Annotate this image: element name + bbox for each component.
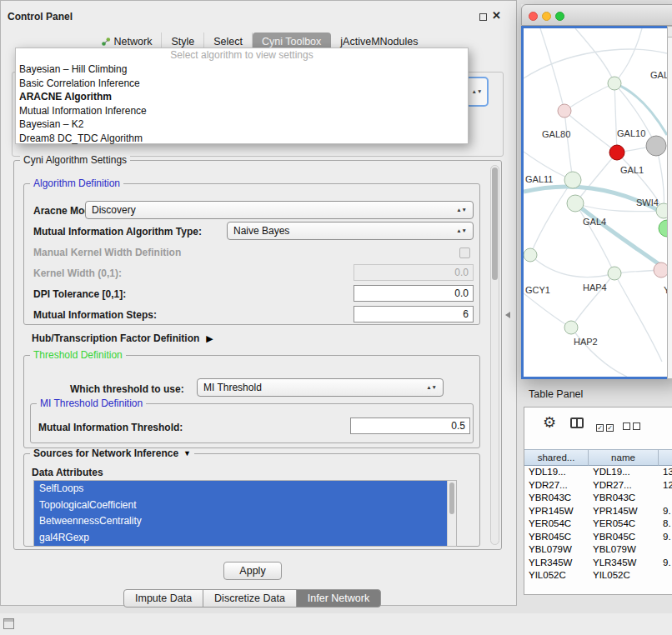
network-node[interactable] (564, 172, 581, 188)
dpi-tolerance-field[interactable] (354, 285, 474, 302)
data-attributes-list: SelfLoopsTopologicalCoefficientBetweenne… (34, 481, 456, 546)
table-row[interactable]: YER054CYER054C8. (524, 518, 672, 531)
network-canvas[interactable]: GALGAL80GAL10GAL1GAL11SWI4GAL4GCY1HAP4HA… (521, 26, 669, 379)
network-node[interactable] (654, 262, 667, 278)
network-node[interactable] (558, 104, 571, 118)
hub-definition-section[interactable]: Hub/Transcription Factor Definition ▶ (32, 332, 213, 344)
settings-scrollbar-thumb[interactable] (492, 168, 498, 280)
column-header[interactable]: name (589, 449, 659, 466)
network-node[interactable] (659, 220, 667, 237)
table-row[interactable]: YBR045CYBR045C9. (524, 531, 672, 544)
mi-threshold-field[interactable] (350, 418, 470, 434)
column-header[interactable] (659, 449, 672, 466)
network-scrollbar-button[interactable] (668, 27, 672, 38)
minimized-panel-icon[interactable] (3, 618, 14, 629)
table-cell: 9. (659, 557, 672, 570)
table-cell: YDR27... (589, 479, 659, 492)
attributes-scrollbar[interactable] (447, 481, 456, 546)
network-window-titlebar[interactable] (521, 4, 672, 26)
network-view-window: GALGAL80GAL10GAL1GAL11SWI4GAL4GCY1HAP4HA… (521, 4, 672, 379)
table-cell: YBL079W (589, 543, 659, 557)
table-panel-title: Table Panel (529, 388, 583, 400)
which-threshold-combo[interactable]: MI Threshold ▲▼ (197, 378, 444, 397)
hub-definition-label: Hub/Transcription Factor Definition (32, 332, 199, 344)
sources-group-title: Sources for Network Inference (33, 448, 178, 459)
manual-kernel-checkbox[interactable] (459, 248, 470, 258)
algorithm-option[interactable]: Mutual Information Inference (16, 104, 468, 118)
select-columns-icon[interactable]: ✓✓ (596, 418, 616, 433)
bottom-tab-impute-data[interactable]: Impute Data (123, 589, 203, 608)
table-cell: 9. (659, 505, 672, 518)
network-node[interactable] (564, 321, 578, 334)
table-cell: 13 (659, 466, 672, 479)
kernel-width-label: Kernel Width (0,1): (33, 268, 122, 279)
attributes-scrollbar-thumb[interactable] (449, 482, 454, 514)
table-row[interactable]: YBL079WYBL079W (524, 543, 672, 557)
tab-label: Style (171, 36, 194, 48)
node-label: HAP2 (574, 337, 598, 347)
network-node[interactable] (609, 145, 624, 160)
table-cell: YBR043C (524, 492, 589, 505)
deselect-columns-icon[interactable] (623, 418, 643, 433)
algorithm-popup-placeholder[interactable]: Select algorithm to view settings (16, 48, 468, 62)
attribute-item[interactable]: SelfLoops (34, 481, 447, 498)
aracne-mode-combo[interactable]: Discovery ▲▼ (85, 201, 474, 219)
algorithm-option[interactable]: Basic Correlation Inference (16, 77, 468, 91)
table-row[interactable]: YDR27...YDR27...12 (524, 479, 672, 492)
network-node[interactable] (646, 136, 666, 156)
bottom-tab-discretize-data[interactable]: Discretize Data (203, 589, 297, 608)
apply-button[interactable]: Apply (223, 562, 282, 580)
gear-icon[interactable]: ⚙ (543, 414, 556, 431)
algorithm-combo-button[interactable]: ▲▼ (465, 77, 489, 107)
table-cell: YIL052C (589, 569, 659, 582)
close-icon[interactable]: ✕ (492, 9, 501, 22)
bottom-tab-infer-network[interactable]: Infer Network (296, 589, 381, 608)
mi-type-value: Naive Bayes (233, 225, 289, 237)
table-cell: 12 (659, 479, 672, 492)
kernel-width-field[interactable] (354, 264, 474, 281)
table-cell: YDL19... (589, 466, 659, 479)
table-row[interactable]: YPR145WYPR145W9. (524, 505, 672, 518)
attribute-item[interactable]: BetweennessCentrality (34, 513, 447, 530)
combo-arrows-icon: ▲▼ (421, 385, 437, 389)
mi-steps-field[interactable] (354, 306, 474, 322)
data-attributes-listbox: SelfLoopsTopologicalCoefficientBetweenne… (33, 480, 457, 547)
collapse-down-icon: ▼ (183, 448, 191, 459)
network-node[interactable] (524, 248, 537, 262)
network-node[interactable] (608, 77, 621, 90)
attribute-item[interactable]: TopologicalCoefficient (34, 498, 447, 514)
table-cell: YPR145W (524, 505, 589, 518)
desktop: Control Panel ✕ NetworkStyleSelectCyni T… (0, 0, 672, 635)
table-cell: YIL052C (524, 569, 589, 582)
node-label: GCY1 (525, 285, 550, 295)
algorithm-option[interactable]: Bayesian – Hill Climbing (16, 62, 468, 77)
table-row[interactable]: YIL052CYIL052C (524, 569, 672, 582)
combo-arrows-icon: ▲▼ (451, 208, 467, 212)
table-row[interactable]: YBR043CYBR043C (524, 492, 672, 505)
zoom-traffic-light[interactable] (555, 12, 564, 21)
table-row[interactable]: YLR345WYLR345W9. (524, 557, 672, 570)
table-row[interactable]: YDL19...YDL19...13 (524, 466, 672, 479)
node-label: GAL11 (525, 174, 553, 184)
float-window-icon[interactable] (479, 13, 487, 21)
columns-icon[interactable] (570, 418, 584, 428)
minimize-traffic-light[interactable] (542, 12, 551, 21)
algorithm-option[interactable]: ARACNE Algorithm (16, 90, 468, 104)
table-cell (659, 492, 672, 505)
network-node[interactable] (567, 195, 584, 212)
mi-type-combo[interactable]: Naive Bayes ▲▼ (227, 222, 474, 240)
table-cell: YLR345W (589, 557, 659, 570)
algorithm-option[interactable]: Dream8 DC_TDC Algorithm (16, 132, 468, 146)
algorithm-popup-list: Bayesian – Hill ClimbingBasic Correlatio… (16, 62, 468, 145)
algorithm-option[interactable]: Bayesian – K2 (16, 118, 468, 132)
network-scrollbar[interactable] (667, 26, 672, 379)
split-pane-handle[interactable] (505, 312, 510, 318)
column-header[interactable]: shared... (524, 449, 589, 466)
close-traffic-light[interactable] (529, 12, 538, 21)
sources-group-header[interactable]: Sources for Network Inference ▼ (30, 448, 194, 459)
settings-scrollbar[interactable] (490, 165, 499, 545)
attribute-item[interactable]: gal4RGexp (34, 530, 447, 547)
table-cell: YPR145W (589, 505, 659, 518)
network-node[interactable] (608, 267, 621, 280)
control-panel-title: Control Panel (8, 11, 73, 22)
